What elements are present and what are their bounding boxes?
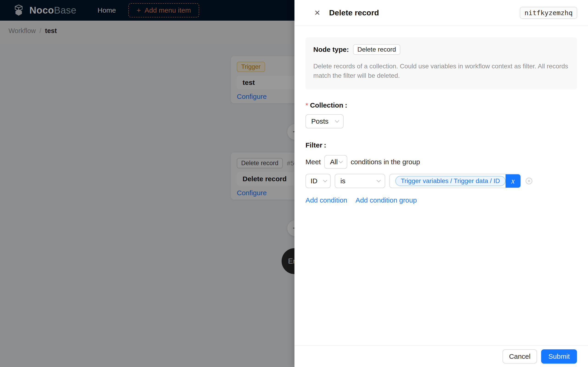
condition-operator-select[interactable]: is	[335, 174, 385, 188]
chevron-down-icon	[376, 178, 380, 182]
collection-select-value: Posts	[311, 117, 329, 125]
required-mark: *	[305, 101, 308, 109]
close-circle-icon	[526, 177, 532, 184]
collection-colon: :	[345, 101, 347, 109]
meet-suffix-text: conditions in the group	[351, 158, 420, 166]
logic-select[interactable]: All	[324, 155, 347, 169]
condition-field-value: ID	[311, 177, 317, 185]
chevron-down-icon	[323, 178, 327, 182]
meet-prefix-text: Meet	[305, 158, 321, 166]
filter-logic-row: Meet All conditions in the group	[305, 155, 577, 169]
node-key-badge: nitfkyzemzhq	[520, 7, 577, 19]
drawer-title: Delete record	[329, 8, 379, 17]
condition-value-input[interactable]: Trigger variables / Trigger data / ID x	[389, 174, 521, 188]
filter-actions: Add condition Add condition group	[305, 196, 577, 204]
add-condition-link[interactable]: Add condition	[305, 196, 347, 204]
node-type-label: Node type:	[313, 46, 349, 53]
variable-picker-button[interactable]: x	[506, 174, 520, 188]
collection-select[interactable]: Posts	[305, 114, 344, 128]
add-condition-group-link[interactable]: Add condition group	[355, 196, 417, 204]
logic-select-value: All	[330, 158, 338, 166]
submit-button[interactable]: Submit	[541, 349, 577, 364]
node-type-panel: Node type: Delete record Delete records …	[305, 37, 577, 90]
delete-record-drawer: ✕ Delete record nitfkyzemzhq Node type: …	[294, 0, 588, 367]
remove-condition-button[interactable]	[526, 177, 532, 184]
filter-field: Filter : Meet All conditions in the grou…	[305, 141, 577, 204]
condition-row: ID is Trigger variables / Trigger data /…	[305, 174, 577, 188]
node-type-value-tag: Delete record	[353, 44, 400, 55]
condition-field-select[interactable]: ID	[305, 174, 331, 188]
filter-colon: :	[324, 141, 326, 149]
chevron-down-icon	[338, 159, 343, 163]
close-icon[interactable]: ✕	[314, 9, 320, 17]
drawer-body: Node type: Delete record Delete records …	[294, 26, 588, 345]
chevron-down-icon	[335, 118, 339, 123]
collection-label: Collection	[310, 101, 343, 109]
drawer-header: ✕ Delete record nitfkyzemzhq	[294, 0, 588, 26]
drawer-footer: Cancel Submit	[294, 345, 588, 367]
filter-label: Filter	[305, 141, 322, 149]
app-root: NocoBase Home + Add menu item Workflow /…	[0, 0, 588, 367]
variable-tag[interactable]: Trigger variables / Trigger data / ID	[395, 176, 506, 186]
cancel-button[interactable]: Cancel	[502, 349, 537, 364]
node-type-description: Delete records of a collection. Could us…	[313, 62, 568, 80]
collection-field: * Collection : Posts	[305, 101, 577, 128]
condition-operator-value: is	[340, 177, 346, 185]
